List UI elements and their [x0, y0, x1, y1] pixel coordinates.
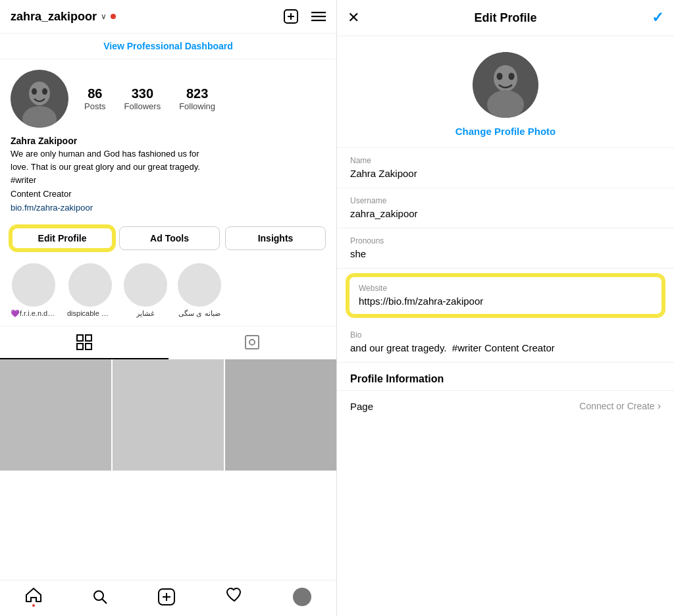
website-input[interactable]	[359, 295, 652, 307]
add-nav-button[interactable]	[158, 588, 175, 605]
highlight-label: 💜f.r.i.e.n.d.s...	[11, 309, 57, 318]
svg-point-17	[94, 591, 103, 600]
following-count: 823	[186, 86, 208, 101]
svg-point-26	[509, 73, 515, 80]
grid-cell[interactable]	[0, 359, 111, 471]
svg-rect-11	[77, 335, 83, 341]
posts-label: Posts	[84, 101, 106, 111]
action-buttons: Edit Profile Ad Tools Insights	[0, 221, 336, 255]
bio-text-1: We are only human and God has fashioned …	[11, 148, 326, 160]
name-label: Name	[350, 156, 661, 165]
highlights-row: 💜f.r.i.e.n.d.s... dispicable me... غشایر…	[0, 255, 336, 326]
top-bar-right: ✕ Edit Profile ✓	[337, 0, 674, 36]
highlight-circle	[124, 263, 167, 307]
highlight-circle	[178, 263, 221, 307]
tab-grid[interactable]	[0, 326, 168, 359]
svg-rect-15	[246, 336, 259, 349]
bio-name: Zahra Zakipoor	[11, 136, 326, 146]
profile-info-label: Profile Information	[350, 373, 444, 384]
pronouns-label: Pronouns	[350, 236, 661, 245]
bio-category: Content Creator	[11, 188, 326, 200]
bio-field-group: Bio	[337, 322, 674, 363]
grid-icon	[76, 334, 92, 350]
bio-link[interactable]: bio.fm/zahra-zakipoor	[11, 203, 93, 213]
menu-button[interactable]	[311, 11, 326, 22]
profile-avatar-small	[293, 588, 311, 606]
search-nav-button[interactable]	[92, 589, 108, 605]
grid-cell[interactable]	[225, 359, 336, 471]
ad-tools-button[interactable]: Ad Tools	[119, 226, 220, 250]
highlight-label: ضبانه ی سگی	[178, 309, 220, 318]
change-photo-link[interactable]: Change Profile Photo	[455, 126, 556, 137]
pronouns-field-group: Pronouns	[337, 228, 674, 269]
highlight-circle	[12, 263, 55, 307]
svg-rect-13	[77, 344, 83, 349]
grid-cell[interactable]	[113, 359, 224, 471]
bio-input[interactable]	[350, 342, 661, 353]
highlight-circle	[68, 263, 112, 307]
svg-point-9	[32, 88, 37, 95]
avatar	[11, 70, 68, 128]
posts-stat[interactable]: 86 Posts	[84, 86, 106, 111]
following-stat[interactable]: 823 Following	[179, 86, 215, 111]
highlight-item[interactable]: dispicable me...	[67, 263, 113, 318]
page-row[interactable]: Page Connect or Create ›	[337, 390, 674, 421]
chevron-right-icon: ›	[658, 400, 661, 412]
svg-line-18	[103, 600, 107, 604]
bottom-nav	[0, 580, 336, 616]
highlight-item[interactable]: ضبانه ی سگی	[178, 263, 221, 318]
bio-section: Zahra Zakipoor We are only human and God…	[0, 133, 336, 221]
posts-count: 86	[88, 86, 102, 101]
tab-tagged[interactable]	[168, 326, 337, 359]
svg-point-10	[42, 88, 47, 95]
search-icon	[92, 589, 108, 605]
profile-nav-button[interactable]	[293, 588, 311, 606]
highlight-label: غشایر	[136, 309, 155, 318]
highlight-item[interactable]: 💜f.r.i.e.n.d.s...	[11, 263, 57, 318]
svg-rect-12	[86, 335, 91, 341]
pro-dashboard-link[interactable]: View Professional Dashboard	[103, 41, 233, 51]
top-bar-left: zahra_zakipoor ∨	[0, 0, 336, 34]
username-field-group: Username	[337, 188, 674, 228]
photo-section: Change Profile Photo	[337, 36, 674, 148]
right-panel: ✕ Edit Profile ✓ Change Profile Photo Na…	[337, 0, 674, 616]
followers-count: 330	[132, 86, 153, 101]
tabs-row	[0, 326, 336, 359]
svg-point-24	[487, 90, 524, 118]
close-button[interactable]: ✕	[348, 9, 359, 26]
edit-profile-button[interactable]: Edit Profile	[11, 226, 114, 250]
top-bar-icons	[284, 9, 326, 24]
save-button[interactable]: ✓	[652, 9, 663, 26]
profile-info-header: Profile Information	[337, 363, 674, 390]
highlight-item[interactable]: غشایر	[124, 263, 167, 318]
bio-text-2: love. That is our great glory and our gr…	[11, 161, 326, 173]
following-label: Following	[179, 101, 215, 111]
heart-nav-button[interactable]	[226, 587, 243, 607]
home-dot	[32, 604, 35, 607]
name-field-group: Name	[337, 148, 674, 188]
edit-profile-title: Edit Profile	[359, 11, 652, 25]
insights-button[interactable]: Insights	[225, 226, 326, 250]
name-input[interactable]	[350, 168, 661, 179]
avatar-large	[473, 52, 538, 118]
svg-rect-14	[86, 344, 91, 349]
followers-stat[interactable]: 330 Followers	[124, 86, 161, 111]
followers-label: Followers	[124, 101, 161, 111]
pro-dashboard-bar: View Professional Dashboard	[0, 34, 336, 59]
photo-grid	[0, 359, 336, 580]
website-label: Website	[359, 284, 652, 293]
add-icon	[158, 588, 175, 605]
username-label: Username	[350, 196, 661, 205]
username-input[interactable]	[350, 208, 661, 219]
page-label: Page	[350, 401, 373, 412]
page-action: Connect or Create ›	[579, 400, 661, 412]
chevron-down-icon: ∨	[101, 12, 107, 21]
heart-icon	[226, 587, 243, 603]
svg-point-25	[497, 73, 503, 80]
notification-dot	[111, 14, 116, 19]
bio-hashtag: #writer	[11, 174, 326, 186]
pronouns-input[interactable]	[350, 248, 661, 259]
add-post-button[interactable]	[284, 9, 298, 24]
highlight-label: dispicable me...	[67, 309, 113, 317]
home-nav-button[interactable]	[25, 587, 42, 607]
